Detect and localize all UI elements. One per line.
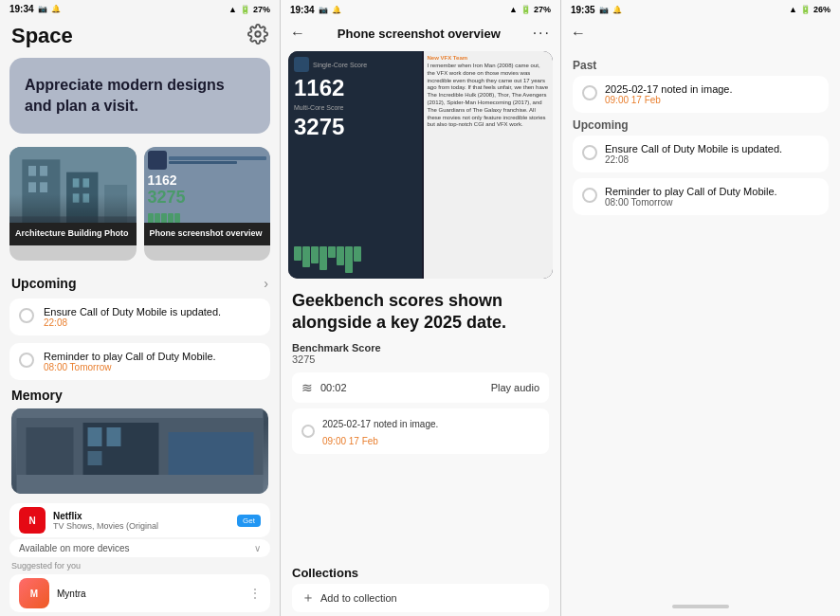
bottom-home-indicator: [672, 605, 729, 608]
battery-label-1: 27%: [253, 5, 270, 14]
time-label-2: 19:34: [290, 5, 315, 15]
reminder-text-1: Reminder to play Call of Duty Mobile. 08…: [44, 351, 261, 372]
reminder-circle-0: [19, 308, 34, 323]
memory-section: Memory: [0, 384, 280, 498]
panel2-headline: Geekbench scores shown alongside a key 2…: [292, 290, 549, 335]
svg-rect-21: [169, 432, 254, 475]
screenshot-image: 1162 3275: [144, 147, 271, 223]
status-right-3: ▲ 🔋 26%: [789, 5, 831, 14]
panel3-header: ←: [561, 19, 840, 47]
camera-icon-2: 📷: [319, 6, 328, 14]
reminder-text-0: Ensure Call of Duty Mobile is updated. 2…: [44, 306, 261, 328]
p3-circle-0: [582, 145, 597, 160]
plus-icon: ＋: [301, 589, 315, 607]
panel1-header: Space: [0, 18, 280, 52]
building-image: [9, 147, 137, 223]
play-audio-button[interactable]: Play audio: [491, 382, 539, 393]
back-button-2[interactable]: ←: [290, 25, 305, 42]
status-time-2: 19:34 📷 🔔: [290, 5, 341, 15]
expand-icon: ∨: [254, 543, 261, 553]
svg-rect-20: [88, 451, 102, 465]
gear-button[interactable]: [247, 24, 268, 48]
back-button-3[interactable]: ←: [571, 25, 586, 42]
upcoming-title: Upcoming: [11, 276, 76, 291]
screenshot-preview[interactable]: Single-Core Score 1162 Multi-Core Score …: [288, 51, 553, 279]
panel-1: 19:34 📷 🔔 ▲ 🔋 27% Space Appreciate moder…: [0, 0, 281, 616]
past-circle-0: [582, 85, 597, 100]
audio-player[interactable]: ≋ 00:02 Play audio: [292, 372, 549, 403]
date-circle-icon: [301, 425, 315, 438]
svg-rect-16: [27, 427, 74, 475]
p3-circle-1: [582, 188, 597, 203]
past-item-text-0: 2025-02-17 noted in image. 09:00 17 Feb: [605, 83, 819, 105]
netflix-item[interactable]: N Netflix TV Shows, Movies (Original Get: [9, 503, 270, 537]
status-right-2: ▲ 🔋 27%: [509, 5, 551, 14]
camera-icon: 📷: [38, 5, 47, 13]
reminder-time-0: 22:08: [44, 317, 261, 328]
svg-point-0: [255, 31, 261, 37]
building-thumbnail[interactable]: Architecture Building Photo: [9, 147, 137, 261]
myntra-text: Myntra: [57, 589, 242, 599]
hero-card[interactable]: Appreciate modern designs and plan a vis…: [9, 58, 270, 134]
battery-icon: 🔋: [240, 5, 250, 14]
add-collection-button[interactable]: ＋ Add to collection: [292, 584, 549, 612]
svg-rect-19: [107, 427, 121, 446]
myntra-item[interactable]: M Myntra ⋮: [9, 574, 270, 612]
panel-3: 19:35 📷 🔔 ▲ 🔋 26% ← Past 2025-02-17 note…: [561, 0, 840, 616]
status-right-1: ▲ 🔋 27%: [228, 5, 270, 14]
p3-title-1: Reminder to play Call of Duty Mobile.: [605, 186, 819, 197]
more-options-icon[interactable]: ⋮: [249, 587, 261, 600]
status-bar-1: 19:34 📷 🔔 ▲ 🔋 27%: [0, 0, 280, 18]
panel-2: 19:34 📷 🔔 ▲ 🔋 27% ← Phone screenshot ove…: [281, 0, 561, 616]
status-time-1: 19:34 📷 🔔: [9, 4, 61, 14]
svg-rect-9: [82, 178, 89, 187]
upcoming-section-label-3: Upcoming: [573, 118, 829, 132]
status-bar-3: 19:35 📷 🔔 ▲ 🔋 26%: [561, 0, 840, 19]
reminder-title-0: Ensure Call of Duty Mobile is updated.: [44, 306, 261, 317]
reminder-title-1: Reminder to play Call of Duty Mobile.: [44, 351, 261, 362]
notification-icon-3: 🔔: [612, 6, 622, 14]
netflix-badge[interactable]: Get: [237, 515, 261, 527]
svg-rect-12: [104, 185, 127, 223]
memory-thumbnail[interactable]: [11, 408, 268, 494]
past-section-label: Past: [573, 59, 829, 72]
status-bar-2: 19:34 📷 🔔 ▲ 🔋 27%: [281, 0, 560, 19]
panel3-content: Past 2025-02-17 noted in image. 09:00 17…: [561, 47, 840, 597]
battery-icon-2: 🔋: [520, 5, 531, 14]
more-button-2[interactable]: ···: [533, 25, 551, 42]
p3-item-text-1: Reminder to play Call of Duty Mobile. 08…: [605, 186, 819, 208]
p3-reminder-0[interactable]: Ensure Call of Duty Mobile is updated. 2…: [573, 136, 829, 172]
past-item-time-0: 09:00 17 Feb: [605, 95, 819, 105]
p3-reminder-1[interactable]: Reminder to play Call of Duty Mobile. 08…: [573, 178, 829, 215]
camera-icon-3: 📷: [599, 6, 609, 14]
p3-time-1: 08:00 Tomorrow: [605, 197, 819, 208]
score-number-2: 3275: [294, 114, 416, 140]
past-item-0[interactable]: 2025-02-17 noted in image. 09:00 17 Feb: [573, 76, 829, 113]
audio-duration: 00:02: [320, 382, 347, 393]
date-entry[interactable]: 2025-02-17 noted in image. 09:00 17 Feb: [292, 408, 549, 454]
netflix-icon: N: [19, 507, 46, 534]
reminder-item-1[interactable]: Reminder to play Call of Duty Mobile. 08…: [9, 343, 270, 380]
gear-icon: [247, 24, 268, 45]
collections-title: Collections: [292, 566, 549, 580]
upcoming-chevron-icon[interactable]: ›: [264, 276, 268, 291]
bottom-items: N Netflix TV Shows, Movies (Original Get…: [0, 498, 280, 616]
suggested-label: Suggested for you: [0, 559, 280, 572]
reminder-circle-1: [19, 353, 34, 368]
screenshot-thumbnail[interactable]: 1162 3275 Phone screenshot overview: [144, 147, 271, 261]
screenshot-label: Phone screenshot overview: [144, 223, 271, 245]
notification-icon-2: 🔔: [332, 6, 341, 14]
memory-image: [11, 408, 268, 494]
svg-rect-11: [82, 193, 89, 202]
time-label-3: 19:35: [571, 5, 595, 15]
reminder-item-0[interactable]: Ensure Call of Duty Mobile is updated. 2…: [9, 299, 270, 335]
wifi-icon: ▲: [228, 5, 237, 14]
svg-rect-8: [73, 178, 80, 187]
myntra-icon: M: [19, 578, 49, 608]
page-title-1: Space: [11, 24, 73, 48]
building-label: Architecture Building Photo: [9, 223, 137, 245]
chart-bars: [294, 246, 416, 273]
panel2-content: Geekbench scores shown alongside a key 2…: [281, 282, 560, 562]
available-devices[interactable]: Available on more devices ∨: [9, 539, 270, 557]
add-collection-label: Add to collection: [320, 592, 397, 604]
